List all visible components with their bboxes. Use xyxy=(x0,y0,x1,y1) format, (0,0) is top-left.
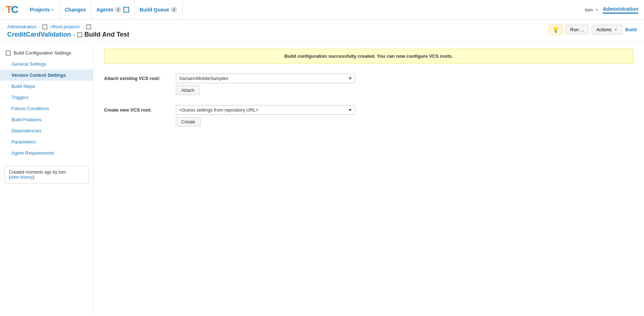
sidebar-item-build-steps[interactable]: Build Steps xyxy=(0,81,93,92)
breadcrumb-actions: 💡 Run ... Actions ▼ Build xyxy=(549,24,637,35)
attach-vcs-row: Attach existing VCS root: XamarinMobileS… xyxy=(104,74,633,95)
actions-chevron-icon: ▼ xyxy=(614,28,618,32)
breadcrumb-sep2: › xyxy=(83,24,84,29)
agents-badge: 0 xyxy=(115,6,121,13)
attach-button[interactable]: Attach xyxy=(176,85,200,95)
bulb-button[interactable]: 💡 xyxy=(549,24,563,35)
breadcrumb-sep3: › xyxy=(73,32,75,38)
create-button[interactable]: Create xyxy=(176,117,201,127)
root-project-icon xyxy=(42,24,47,29)
nav-admin[interactable]: Administration xyxy=(603,6,638,14)
build-queue-badge: 0 xyxy=(171,6,177,13)
create-vcs-select[interactable]: <Guess settings from repository URL> xyxy=(176,105,355,115)
logo-text: TC xyxy=(6,4,18,15)
sidebar-item-triggers[interactable]: Triggers xyxy=(0,92,93,103)
breadcrumb-row1: Administration › <Root project> › xyxy=(7,24,129,29)
logo[interactable]: TC xyxy=(6,4,18,15)
top-navigation: TC Projects ▼ Changes Agents 0 Build Que… xyxy=(0,0,644,20)
projects-chevron-icon: ▼ xyxy=(51,8,55,12)
form-section: Attach existing VCS root: XamarinMobileS… xyxy=(104,74,633,127)
nav-changes[interactable]: Changes xyxy=(60,0,91,20)
view-history-link[interactable]: view history xyxy=(10,175,33,180)
create-vcs-controls: <Guess settings from repository URL> Cre… xyxy=(176,105,355,127)
breadcrumb-creditcard[interactable]: CreditCardValidation xyxy=(7,31,71,38)
nav-user: tom ▼ xyxy=(585,7,599,13)
breadcrumb-admin[interactable]: Administration xyxy=(7,24,37,29)
sidebar-item-failure-conditions[interactable]: Failure Conditions xyxy=(0,103,93,114)
main-content: Build configuration successfully created… xyxy=(93,42,644,315)
attach-vcs-controls: XamarinMobileSamples Attach xyxy=(176,74,355,95)
create-vcs-row: Create new VCS root: <Guess settings fro… xyxy=(104,105,633,127)
sidebar: Build Configuration Settings General Set… xyxy=(0,42,93,315)
sidebar-item-agent-requirements[interactable]: Agent Requirements xyxy=(0,147,93,159)
run-button[interactable]: Run ... xyxy=(565,25,589,34)
notice-banner: Build configuration successfully created… xyxy=(104,49,633,63)
actions-button[interactable]: Actions ▼ xyxy=(592,25,622,34)
sidebar-item-dependencies[interactable]: Dependencies xyxy=(0,125,93,136)
attach-vcs-select[interactable]: XamarinMobileSamples xyxy=(176,74,355,83)
build-config-icon xyxy=(6,51,11,56)
nav-build-queue[interactable]: Build Queue 0 xyxy=(135,0,182,20)
page-title: Build And Test xyxy=(84,31,129,38)
nav-links: Projects ▼ Changes Agents 0 Build Queue … xyxy=(25,0,182,20)
breadcrumb-bar: Administration › <Root project> › Credit… xyxy=(0,20,644,42)
breadcrumb-row2: CreditCardValidation › Build And Test xyxy=(7,31,129,38)
sidebar-section-header: Build Configuration Settings xyxy=(0,47,93,58)
sidebar-item-version-control-settings[interactable]: Version Control Settings xyxy=(0,70,93,81)
sidebar-item-parameters[interactable]: Parameters xyxy=(0,136,93,147)
nav-agents[interactable]: Agents 0 xyxy=(91,0,135,20)
breadcrumb: Administration › <Root project> › Credit… xyxy=(7,24,129,38)
create-vcs-label: Create new VCS root: xyxy=(104,105,169,113)
creditcard-icon xyxy=(86,24,91,29)
build-and-test-icon xyxy=(77,32,82,37)
main-layout: Build Configuration Settings General Set… xyxy=(0,42,644,315)
breadcrumb-sep1: › xyxy=(39,24,40,29)
sidebar-item-build-features[interactable]: Build Features xyxy=(0,114,93,125)
nav-projects[interactable]: Projects ▼ xyxy=(25,0,60,20)
build-link[interactable]: Build xyxy=(625,27,637,32)
attach-vcs-label: Attach existing VCS root: xyxy=(104,74,169,81)
sidebar-footer: Created moments ago by tom (view history… xyxy=(4,166,89,184)
agents-square-icon xyxy=(123,7,129,13)
breadcrumb-root-project[interactable]: <Root project> xyxy=(50,24,80,29)
nav-right: tom ▼ Administration xyxy=(585,6,638,14)
user-chevron-icon: ▼ xyxy=(595,8,598,12)
sidebar-item-general-settings[interactable]: General Settings xyxy=(0,58,93,70)
